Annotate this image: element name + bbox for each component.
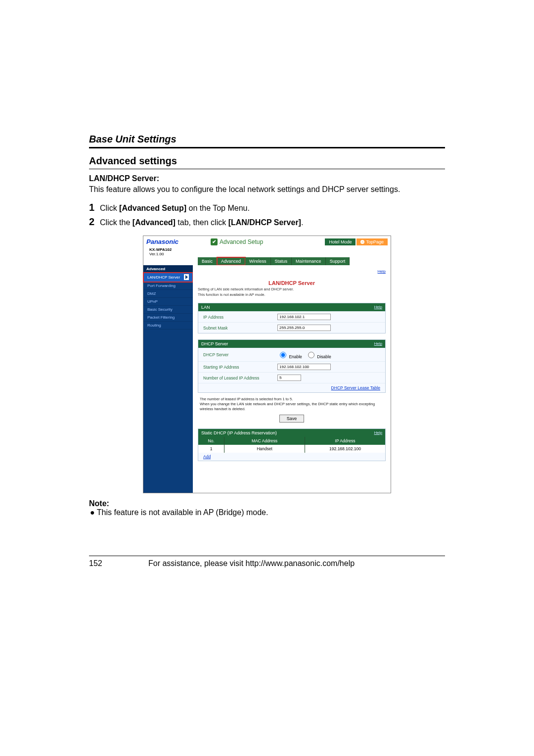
tab-maintenance[interactable]: Maintenance (292, 257, 326, 265)
dhcp-server-label: DHCP Server (203, 352, 277, 357)
chevron-right-icon (184, 274, 189, 280)
text-bold: [Advanced] (133, 218, 176, 227)
check-icon: ✔ (211, 238, 218, 245)
sidebar-item-lan-dhcp[interactable]: LAN/DHCP Server (143, 273, 193, 282)
text: Click (100, 204, 119, 212)
lan-dhcp-label: LAN/DHCP Server: (89, 174, 445, 183)
toppage-button[interactable]: ⌂ TopPage (356, 238, 388, 245)
starting-ip-input[interactable] (277, 364, 331, 370)
text: Click the (100, 218, 133, 227)
divider (89, 147, 445, 148)
tab-wireless[interactable]: Wireless (245, 257, 271, 265)
step-number: 2 (89, 216, 100, 228)
th-mac: MAC Address (224, 437, 305, 445)
text: on the Top Menu. (186, 204, 250, 212)
enable-radio[interactable]: Enable (277, 354, 302, 359)
help-link[interactable]: Help (374, 305, 382, 310)
disable-radio[interactable]: Disable (306, 354, 331, 359)
table-header: No. MAC Address IP Address (198, 437, 385, 445)
tab-bar: Basic Advanced Wireless Status Maintenan… (198, 257, 391, 265)
lease-table-link[interactable]: DHCP Server Lease Table (331, 385, 380, 390)
model-label: KX-WPA102Ver.1.00 (143, 247, 391, 258)
ip-address-label: IP Address (203, 315, 277, 320)
table-row: 1 Handset 192.168.102.100 (198, 445, 385, 453)
step-1: 1 Click [Advanced Setup] on the Top Menu… (89, 202, 445, 213)
subsection-heading: Advanced settings (89, 155, 445, 167)
add-link[interactable]: Add (198, 453, 216, 461)
description: This function is not available in AP mod… (198, 292, 386, 297)
th-ip: IP Address (305, 437, 385, 445)
advanced-setup-label: ✔ Advanced Setup (211, 238, 325, 245)
sidebar-group: Advanced (143, 265, 193, 273)
th-no: No. (198, 437, 224, 445)
help-link[interactable]: Help (378, 269, 386, 274)
text: tab, then click (176, 218, 228, 227)
note-label: Note: (89, 499, 445, 508)
step-text: Click [Advanced Setup] on the Top Menu. (100, 204, 250, 213)
home-icon: ⌂ (360, 240, 364, 244)
page-number: 152 (89, 559, 148, 568)
starting-ip-label: Starting IP Address (203, 365, 277, 370)
divider (89, 169, 445, 169)
text: TopPage (366, 239, 384, 244)
content-pane: Help LAN/DHCP Server Setting of LAN side… (193, 265, 391, 493)
help-link[interactable]: Help (374, 430, 382, 435)
text: Advanced Setup (220, 238, 263, 245)
ip-address-input[interactable] (277, 314, 331, 320)
section-title: Base Unit Settings (89, 134, 445, 145)
step-number: 1 (89, 202, 100, 213)
subnet-mask-label: Subnet Mask (203, 326, 277, 331)
sidebar-item-port-forwarding[interactable]: Port Forwarding (143, 282, 193, 290)
sidebar: Advanced LAN/DHCP Server Port Forwarding… (143, 265, 193, 493)
tab-status[interactable]: Status (271, 257, 292, 265)
cell-mac: Handset (224, 445, 305, 453)
sidebar-item-dmz[interactable]: DMZ (143, 290, 193, 298)
panel-title: DHCP Server (201, 341, 228, 346)
static-dhcp-panel: Static DHCP (IP Address Reservation)Help… (198, 428, 386, 461)
num-leased-input[interactable] (277, 375, 301, 381)
text-bold: [LAN/DHCP Server] (228, 218, 301, 227)
page-footer: 152 For assistance, please visit http://… (89, 556, 445, 568)
text: . (301, 218, 303, 227)
lan-dhcp-desc: This feature allows you to configure the… (89, 184, 445, 195)
subnet-mask-input[interactable] (277, 325, 331, 331)
panel-title: Static DHCP (IP Address Reservation) (201, 430, 277, 435)
dhcp-panel: DHCP ServerHelp DHCP Server Enable Disab… (198, 339, 386, 393)
panel-title: LAN (201, 305, 210, 310)
description: Setting of LAN side network information … (198, 287, 386, 291)
step-text: Click the [Advanced] tab, then click [LA… (100, 218, 303, 227)
sidebar-item-routing[interactable]: Routing (143, 322, 193, 330)
step-2: 2 Click the [Advanced] tab, then click [… (89, 216, 445, 228)
sidebar-item-basic-security[interactable]: Basic Security (143, 306, 193, 314)
footer-text: For assistance, please visit http://www.… (148, 559, 355, 568)
brand-logo: Panasonic (146, 238, 196, 245)
text-bold: [Advanced Setup] (119, 204, 186, 212)
num-leased-label: Number of Leased IP Address (203, 376, 277, 380)
hotel-mode-button[interactable]: Hotel Mode (325, 238, 356, 245)
cell-no: 1 (198, 445, 224, 453)
router-ui-figure: Panasonic ✔ Advanced Setup Hotel Mode ⌂ … (143, 236, 391, 493)
lan-panel: LANHelp IP Address Subnet Mask (198, 303, 386, 333)
page-title: LAN/DHCP Server (198, 280, 386, 286)
sidebar-item-packet-filtering[interactable]: Packet Filtering (143, 314, 193, 322)
sidebar-item-upnp[interactable]: UPnP (143, 298, 193, 306)
note-text: The number of leased IP address is selec… (200, 397, 384, 411)
tab-basic[interactable]: Basic (198, 257, 217, 265)
help-link[interactable]: Help (374, 341, 382, 346)
tab-advanced[interactable]: Advanced (217, 257, 245, 265)
save-button[interactable]: Save (279, 415, 305, 423)
note-bullet: ● This feature is not available in AP (B… (90, 508, 445, 517)
cell-ip: 192.168.102.100 (305, 445, 385, 453)
tab-support[interactable]: Support (326, 257, 350, 265)
